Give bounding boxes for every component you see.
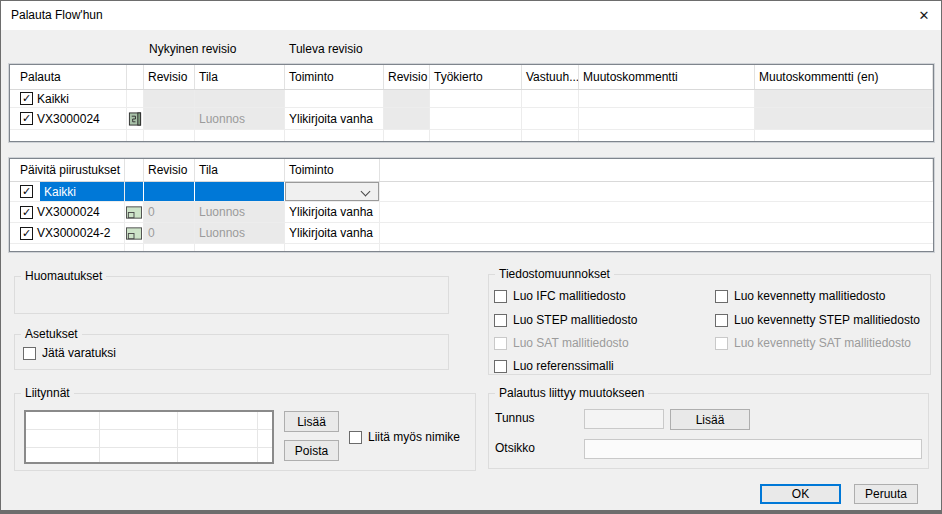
luo-ifc-checkbox-row[interactable]: Luo IFC mallitiedosto bbox=[494, 289, 626, 303]
lisaa-button[interactable]: Lisää bbox=[284, 411, 339, 432]
empty-cell bbox=[380, 244, 933, 251]
palautus-muutos-label: Palautus liittyy muutokseen bbox=[495, 386, 648, 400]
table-row[interactable]: ✓ Kaikki bbox=[10, 90, 933, 108]
jata-varatuksi-checkbox[interactable] bbox=[23, 347, 36, 360]
current-revision-label: Nykyinen revisio bbox=[149, 42, 236, 56]
liita-myos-nimike-checkbox[interactable] bbox=[349, 431, 362, 444]
row-checkbox[interactable]: ✓ bbox=[20, 227, 33, 240]
row-name-cell: ✓ VX3000024-2 bbox=[10, 223, 125, 243]
luo-referenssimalli-checkbox[interactable] bbox=[494, 360, 507, 373]
empty-cell bbox=[125, 244, 144, 251]
lisaa-muutos-button[interactable]: Lisää bbox=[670, 409, 750, 430]
jata-varatuksi-checkbox-row[interactable]: Jätä varatuksi bbox=[23, 346, 116, 360]
tunnus-field[interactable] bbox=[584, 409, 664, 429]
row-checkbox[interactable]: ✓ bbox=[20, 185, 33, 198]
close-icon[interactable]: ✕ bbox=[907, 1, 941, 30]
empty-row bbox=[10, 130, 933, 141]
grid-line bbox=[26, 447, 272, 448]
empty-cell bbox=[10, 244, 125, 251]
luo-kevennetty-step-checkbox[interactable] bbox=[715, 314, 728, 327]
column-header-muutoskommentti[interactable]: Muutoskommentti bbox=[579, 65, 755, 89]
column-header-icon[interactable] bbox=[127, 65, 144, 89]
column-header-vastuuhenkilo[interactable]: Vastuuh... bbox=[522, 65, 579, 89]
tiedostomuunnokset-group: Tiedostomuunnokset Luo IFC mallitiedosto… bbox=[488, 274, 931, 375]
row-checkbox[interactable]: ✓ bbox=[20, 92, 33, 105]
muutoskommentti-en-cell bbox=[755, 90, 933, 107]
empty-cell bbox=[127, 130, 144, 141]
column-header-toiminto[interactable]: Toiminto bbox=[285, 65, 384, 89]
table-row[interactable]: ✓ VX3000024 0 Luonnos Ylikirjoita vanha bbox=[10, 202, 933, 223]
asetukset-label: Asetukset bbox=[21, 327, 82, 341]
luo-referenssimalli-checkbox-row[interactable]: Luo referenssimalli bbox=[494, 359, 614, 373]
grid-line bbox=[26, 429, 272, 430]
dialog-palauta-flowhun: Palauta Flow'hun ✕ Nykyinen revisio Tule… bbox=[0, 0, 942, 514]
drawing-icon bbox=[125, 223, 144, 243]
filler-cell bbox=[380, 223, 933, 243]
column-header-paivita[interactable]: Päivitä piirustukset bbox=[10, 159, 125, 181]
filler-cell bbox=[380, 202, 933, 222]
tila-cell: Luonnos bbox=[195, 202, 285, 222]
table-row[interactable]: ✓ VX3000024-2 0 Luonnos Ylikirjoita vanh… bbox=[10, 223, 933, 244]
row-checkbox[interactable]: ✓ bbox=[20, 112, 33, 125]
otsikko-field[interactable] bbox=[584, 439, 922, 459]
luo-kevennetty-label: Luo kevennetty mallitiedosto bbox=[734, 289, 885, 303]
column-header-icon[interactable] bbox=[125, 159, 144, 181]
luo-sat-checkbox-row: Luo SAT mallitiedosto bbox=[494, 336, 629, 350]
luo-step-checkbox-row[interactable]: Luo STEP mallitiedosto bbox=[494, 313, 638, 327]
title-bar: Palauta Flow'hun ✕ bbox=[1, 1, 941, 30]
luo-step-checkbox[interactable] bbox=[494, 314, 507, 327]
row-name-cell: ✓ Kaikki bbox=[10, 182, 125, 201]
empty-cell bbox=[579, 130, 755, 141]
empty-cell bbox=[285, 130, 384, 141]
asetukset-group: Asetukset Jätä varatuksi bbox=[14, 334, 449, 370]
toiminto-dropdown[interactable] bbox=[285, 182, 379, 201]
table-row[interactable]: ✓ VX3000024 Luonnos Ylikirjoita vanha bbox=[10, 108, 933, 130]
toiminto-cell[interactable]: Ylikirjoita vanha bbox=[285, 223, 380, 243]
empty-cell bbox=[522, 130, 579, 141]
ok-button[interactable]: OK bbox=[760, 484, 841, 504]
liitynnat-list[interactable] bbox=[24, 410, 274, 464]
column-header-palauta[interactable]: Palauta bbox=[10, 65, 127, 89]
liitynnat-group: Liitynnät Lisää Poista Liitä myös nimike bbox=[14, 393, 476, 471]
revisio2-cell bbox=[384, 90, 430, 107]
huomautukset-group: Huomautukset bbox=[14, 276, 449, 314]
liita-myos-nimike-checkbox-row[interactable]: Liitä myös nimike bbox=[349, 430, 460, 444]
future-revision-label: Tuleva revisio bbox=[289, 42, 363, 56]
empty-cell bbox=[430, 130, 522, 141]
dialog-title: Palauta Flow'hun bbox=[11, 1, 103, 30]
toiminto-cell[interactable]: Ylikirjoita vanha bbox=[285, 108, 384, 129]
column-header-muutoskommentti-en[interactable]: Muutoskommentti (en) bbox=[755, 65, 933, 89]
row-label: VX3000024-2 bbox=[37, 226, 110, 240]
luo-ifc-checkbox[interactable] bbox=[494, 290, 507, 303]
row-name-cell: ✓ VX3000024 bbox=[10, 202, 125, 222]
row-label: Kaikki bbox=[40, 182, 124, 201]
column-header-revisio[interactable]: Revisio bbox=[144, 65, 195, 89]
drawing-icon bbox=[125, 202, 144, 222]
luo-sat-label: Luo SAT mallitiedosto bbox=[513, 336, 629, 350]
row-name-cell: ✓ VX3000024 bbox=[10, 108, 127, 129]
peruuta-button[interactable]: Peruuta bbox=[854, 484, 918, 504]
luo-kevennetty-checkbox-row[interactable]: Luo kevennetty mallitiedosto bbox=[715, 289, 885, 303]
row-icon-cell bbox=[125, 182, 144, 201]
luo-kevennetty-checkbox[interactable] bbox=[715, 290, 728, 303]
empty-cell bbox=[144, 244, 195, 251]
column-header-tila[interactable]: Tila bbox=[195, 65, 285, 89]
paivita-table-header: Päivitä piirustukset Revisio Tila Toimin… bbox=[10, 159, 933, 182]
luo-kevennetty-sat-label: Luo kevennetty SAT mallitiedosto bbox=[734, 336, 911, 350]
luo-kevennetty-step-checkbox-row[interactable]: Luo kevennetty STEP mallitiedosto bbox=[715, 313, 920, 327]
column-header-tila[interactable]: Tila bbox=[195, 159, 285, 181]
column-header-revisio[interactable]: Revisio bbox=[144, 159, 195, 181]
column-header-tyokierto[interactable]: Työkierto bbox=[430, 65, 522, 89]
empty-cell bbox=[384, 130, 430, 141]
poista-button[interactable]: Poista bbox=[284, 440, 339, 461]
column-header-toiminto[interactable]: Toiminto bbox=[285, 159, 380, 181]
vastuuhenkilo-cell bbox=[522, 90, 579, 107]
luo-kevennetty-sat-checkbox bbox=[715, 337, 728, 350]
table-row-selected[interactable]: ✓ Kaikki bbox=[10, 182, 933, 202]
column-header-revisio2[interactable]: Revisio bbox=[384, 65, 430, 89]
toiminto-cell[interactable]: Ylikirjoita vanha bbox=[285, 202, 380, 222]
row-checkbox[interactable]: ✓ bbox=[20, 206, 33, 219]
part-icon bbox=[127, 108, 144, 129]
grid-line bbox=[257, 412, 258, 462]
toiminto-cell bbox=[285, 182, 380, 201]
